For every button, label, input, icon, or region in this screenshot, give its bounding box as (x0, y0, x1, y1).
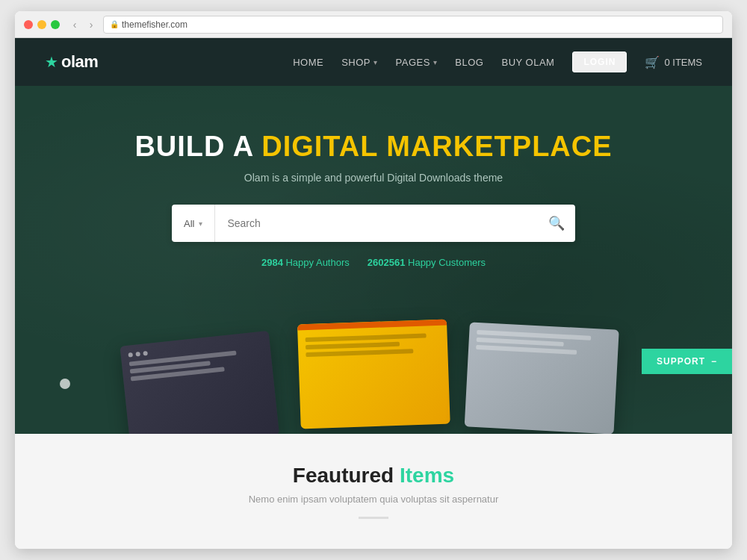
lock-icon: 🔒 (110, 20, 119, 28)
hero-section: BUILD A DIGITAL MARKETPLACE Olam is a si… (15, 86, 732, 434)
site-nav: HOME SHOP ▾ PAGES ▾ BLOG BUY OLAM LOGIN … (293, 52, 702, 72)
nav-shop[interactable]: SHOP ▾ (341, 57, 377, 68)
featured-subtitle: Nemo enim ipsam voluptatem quia voluptas… (45, 494, 702, 505)
support-button[interactable]: SUPPORT − (642, 349, 732, 374)
dot-maximize[interactable] (51, 20, 60, 29)
dot-close[interactable] (24, 20, 33, 29)
support-label: SUPPORT (657, 356, 705, 367)
logo-star-icon: ★ (45, 53, 58, 71)
pages-chevron-icon: ▾ (433, 58, 438, 66)
featured-section: Feautured Items Nemo enim ipsam voluptat… (15, 434, 732, 549)
forward-arrow[interactable]: › (85, 19, 97, 31)
browser-dots (24, 20, 60, 29)
cart-count: 0 ITEMS (664, 57, 702, 68)
site-content: ★ olam HOME SHOP ▾ PAGES ▾ BLOG BUY OLAM… (15, 38, 732, 549)
hero-preview (112, 314, 635, 434)
stat-authors: 2984 Happy Authors (261, 257, 350, 268)
search-input[interactable] (215, 217, 538, 229)
nav-pages[interactable]: PAGES ▾ (396, 57, 438, 68)
url-text: themefisher.com (122, 19, 187, 30)
shop-chevron-icon: ▾ (374, 58, 378, 66)
address-bar[interactable]: 🔒 themefisher.com (103, 16, 723, 34)
nav-home[interactable]: HOME (293, 57, 323, 68)
hero-subtitle: Olam is a simple and powerful Digital Do… (244, 172, 503, 184)
site-header: ★ olam HOME SHOP ▾ PAGES ▾ BLOG BUY OLAM… (15, 38, 732, 86)
search-bar: All ▾ 🔍 (172, 205, 575, 242)
category-label: All (184, 218, 194, 229)
browser-titlebar: ‹ › 🔒 themefisher.com (15, 11, 732, 38)
browser-nav: ‹ › (69, 19, 97, 31)
featured-title-accent: Items (400, 464, 454, 487)
featured-divider (359, 517, 388, 519)
hero-stats: 2984 Happy Authors 2602561 Happy Custome… (261, 257, 486, 268)
browser-window: ‹ › 🔒 themefisher.com ★ olam HOME SHOP ▾… (15, 11, 732, 549)
search-button[interactable]: 🔍 (538, 205, 575, 242)
featured-title: Feautured Items (45, 464, 702, 488)
stat-authors-label: Happy Authors (285, 257, 349, 268)
hero-title-white: BUILD A (134, 131, 261, 162)
cart-button[interactable]: 🛒 0 ITEMS (645, 55, 702, 69)
category-chevron-icon: ▾ (199, 220, 202, 228)
stat-customers: 2602561 Happy Customers (368, 257, 486, 268)
search-icon: 🔍 (548, 215, 565, 231)
stat-authors-number: 2984 (261, 257, 283, 268)
hero-title-yellow: DIGITAL MARKETPLACE (261, 131, 612, 162)
dot-minimize[interactable] (37, 20, 46, 29)
preview-card-1 (120, 331, 279, 434)
preview-card-2 (297, 320, 450, 429)
cart-icon: 🛒 (645, 55, 660, 69)
preview-card-3 (465, 322, 619, 434)
logo[interactable]: ★ olam (45, 52, 98, 72)
slider-dot[interactable] (60, 379, 70, 389)
nav-blog[interactable]: BLOG (455, 57, 483, 68)
back-arrow[interactable]: ‹ (69, 19, 81, 31)
featured-title-black: Feautured (293, 464, 400, 487)
nav-buy-olam[interactable]: BUY OLAM (501, 57, 554, 68)
login-button[interactable]: LOGIN (572, 52, 627, 72)
hero-title: BUILD A DIGITAL MARKETPLACE (134, 131, 612, 163)
search-category-dropdown[interactable]: All ▾ (172, 205, 215, 242)
stat-customers-label: Happy Customers (408, 257, 486, 268)
logo-text: olam (61, 52, 98, 72)
support-minus-icon: − (711, 356, 717, 367)
stat-customers-number: 2602561 (368, 257, 406, 268)
